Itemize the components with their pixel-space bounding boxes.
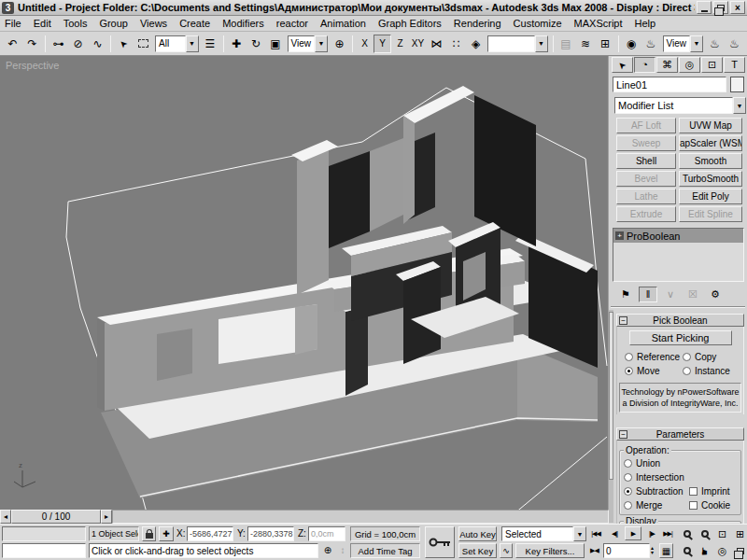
modifier-button[interactable]: TurboSmooth <box>679 171 742 187</box>
modifier-button[interactable]: Lathe <box>616 189 676 204</box>
zoom-extents-icon[interactable]: ⊡ <box>714 526 730 541</box>
select-and-scale-icon[interactable]: ▣ <box>266 35 286 53</box>
radio-option[interactable]: Reference <box>625 350 683 364</box>
zoom-icon[interactable] <box>679 526 695 541</box>
play-button[interactable]: ▶ <box>625 526 641 540</box>
render-setup-icon[interactable]: ♨ <box>641 35 661 53</box>
modifier-button[interactable]: UVW Map <box>679 118 742 133</box>
parameters-header[interactable]: − Parameters <box>616 427 744 441</box>
restrict-x-button[interactable]: X <box>356 35 374 53</box>
mirror-icon[interactable]: ⋈ <box>427 35 446 53</box>
selection-region-icon[interactable] <box>134 35 153 53</box>
use-center-icon[interactable]: ⊕ <box>330 35 349 53</box>
keyboard-override-icon[interactable]: ◈ <box>466 35 486 53</box>
remove-modifier-icon[interactable]: ☒ <box>684 287 702 302</box>
mini-listener-top[interactable] <box>2 526 86 541</box>
layer-manager-icon[interactable]: ▤ <box>557 35 576 53</box>
zoom-extents-all-icon[interactable]: ⊞ <box>732 526 747 541</box>
menu-item[interactable]: Animation <box>320 18 366 29</box>
select-and-rotate-icon[interactable]: ↻ <box>247 35 266 53</box>
pick-boolean-header[interactable]: − Pick Boolean <box>616 314 744 327</box>
tab-create[interactable]: ➤ <box>612 57 633 73</box>
key-mode-toggle[interactable]: ▶◀ <box>587 543 601 557</box>
menu-item[interactable]: File <box>5 18 21 29</box>
render-last-icon[interactable]: ♨ <box>725 35 744 53</box>
bind-to-spacewarp-icon[interactable]: ∿ <box>88 35 107 53</box>
scrollbar-thumb[interactable] <box>609 312 613 480</box>
undo-icon[interactable]: ↶ <box>3 35 22 53</box>
modifier-button[interactable]: Bevel <box>616 171 676 187</box>
menu-item[interactable]: Group <box>99 18 128 29</box>
quick-render-icon[interactable]: ♨ <box>705 35 725 53</box>
select-and-move-icon[interactable]: ✚ <box>227 35 247 53</box>
radio-option[interactable]: Move <box>625 364 683 378</box>
3d-model[interactable] <box>97 86 598 498</box>
chevron-down-icon[interactable]: ▼ <box>186 35 199 52</box>
chevron-down-icon[interactable]: ▼ <box>573 526 586 541</box>
radio-option[interactable]: Intersection <box>624 470 689 484</box>
modifier-button[interactable]: Edit Spline <box>679 206 742 222</box>
stack-item[interactable]: + ProBoolean <box>613 229 743 243</box>
region-zoom-icon[interactable] <box>679 543 695 558</box>
restore-button[interactable] <box>713 1 728 14</box>
set-key-mode-button[interactable] <box>425 526 455 558</box>
menu-item[interactable]: Modifiers <box>222 18 264 29</box>
modifier-button[interactable]: AF Loft <box>616 118 676 133</box>
modifier-stack-list[interactable]: + ProBoolean <box>613 228 744 282</box>
tab-modify[interactable]: ◔ <box>634 57 655 73</box>
selection-set-dropdown[interactable]: Selected ▼ <box>501 526 586 541</box>
mini-listener-bottom[interactable] <box>2 543 86 558</box>
add-time-tag[interactable]: Add Time Tag <box>350 543 420 558</box>
modifier-button[interactable]: Edit Poly <box>679 189 742 204</box>
menu-item[interactable]: Graph Editors <box>378 18 442 29</box>
y-coordinate-field[interactable]: -2880,3378 <box>247 526 294 541</box>
radio-option[interactable]: Merge <box>624 498 689 512</box>
tab-display[interactable]: ⊡ <box>701 57 723 73</box>
curve-editor-icon[interactable]: ≋ <box>576 35 596 53</box>
viewport-label[interactable]: Perspective <box>6 60 59 71</box>
reference-coord-dropdown[interactable]: View ▼ <box>288 35 329 52</box>
maximize-viewport-icon[interactable] <box>732 543 747 558</box>
modifier-button[interactable]: Sweep <box>616 135 676 151</box>
named-selection-dropdown[interactable]: ▼ <box>487 35 548 52</box>
object-name-field[interactable]: Line01 <box>613 77 726 92</box>
go-to-start-button[interactable]: |◀◀ <box>587 526 604 540</box>
object-color-swatch[interactable] <box>730 77 744 92</box>
auto-key-button[interactable]: Auto Key <box>458 526 497 541</box>
panel-scrollbar[interactable] <box>609 310 613 523</box>
viewport-canvas[interactable]: z <box>0 56 609 510</box>
pan-view-icon[interactable]: ☛ <box>697 543 712 558</box>
prev-frame-button[interactable]: ◀|| <box>606 526 623 540</box>
restrict-xy-button[interactable]: XY <box>409 35 427 53</box>
expand-icon[interactable]: + <box>615 231 624 240</box>
current-frame-field[interactable]: 0 <box>603 543 650 558</box>
material-editor-icon[interactable]: ◉ <box>622 35 641 53</box>
chevron-down-icon[interactable]: ▼ <box>535 35 548 52</box>
track-bar[interactable] <box>112 510 609 524</box>
menu-item[interactable]: Rendering <box>454 18 501 29</box>
chevron-down-icon[interactable]: ▼ <box>733 97 746 114</box>
time-configuration-button[interactable]: ▦ <box>659 543 673 558</box>
frame-spinner[interactable]: ▴▾ <box>651 543 658 558</box>
select-and-link-icon[interactable]: ⊶ <box>49 35 68 53</box>
time-forward-button[interactable]: ▸ <box>101 510 112 524</box>
go-to-end-button[interactable]: ▶▶| <box>659 526 676 540</box>
collapse-icon[interactable]: − <box>619 430 627 439</box>
set-key-button[interactable]: Set Key <box>458 543 497 558</box>
schematic-view-icon[interactable]: ⊞ <box>596 35 615 53</box>
modifier-button[interactable]: Smooth <box>679 153 742 169</box>
next-frame-button[interactable]: ||▶ <box>643 526 660 540</box>
perspective-viewport[interactable]: Perspective <box>0 56 609 510</box>
snaps-toggle-icon[interactable]: ∷ <box>446 35 466 53</box>
configure-modifier-sets-icon[interactable]: ⚙ <box>706 287 725 302</box>
render-preset-dropdown[interactable]: View ▼ <box>663 35 704 52</box>
menu-item[interactable]: Help <box>635 18 656 29</box>
select-object-icon[interactable]: ➤ <box>114 35 134 53</box>
menu-item[interactable]: reactor <box>276 18 308 29</box>
modifier-button[interactable]: Shell <box>616 153 676 169</box>
show-end-result-icon[interactable]: ‖ <box>639 287 657 302</box>
arc-rotate-icon[interactable]: ◎ <box>714 543 730 558</box>
absolute-mode-button[interactable]: ✚ <box>159 526 174 541</box>
radio-option[interactable]: Copy <box>683 350 740 364</box>
time-slider[interactable]: 0 / 100 <box>11 510 101 524</box>
